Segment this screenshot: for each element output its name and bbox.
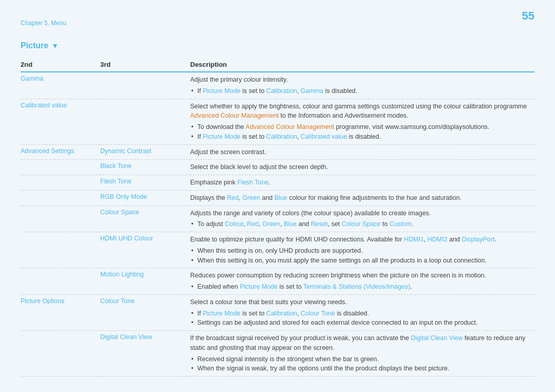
header-2nd: 2nd [21,58,100,72]
picture-title: Picture [21,41,48,50]
desc-rgb-only: Displays the Red, Green and Blue colour … [190,190,534,206]
bullet-list: Received signal intensity is the stronge… [190,354,530,374]
table-row: Gamma Adjust the primary colour intensit… [21,72,534,99]
bullet-item: If Picture Mode is set to Calibration, C… [190,132,530,142]
table-row: Digital Clean View If the broadcast sign… [21,331,534,377]
content-table: 2nd 3rd Description Gamma Adjust the pri… [21,58,534,377]
col2-dynamic-contrast: Dynamic Contrast [100,144,190,160]
bullet-item: Enabled when Picture Mode is set to Term… [190,282,530,292]
table-row: Motion Lighting Reduces power consumptio… [21,268,534,295]
col1-calibrated: Calibrated value [21,99,100,144]
desc-colour-tone: Select a colour tone that best suits you… [190,294,534,330]
bullet-list: To download the Advanced Colour Manageme… [190,122,530,142]
table-row: Black Tone Select the black level to adj… [21,160,534,175]
desc-flesh-tone: Emphasize pink Flesh Tone. [190,175,534,191]
col2-colour-space: Colour Space [100,206,190,232]
table-row: RGB Only Mode Displays the Red, Green an… [21,190,534,206]
table-row: Flesh Tone Emphasize pink Flesh Tone. [21,175,534,191]
table-row: Calibrated value Select whether to apply… [21,99,534,144]
header-description: Description [190,58,534,72]
desc-calibrated: Select whether to apply the brightness, … [190,99,534,144]
header-3rd: 3rd [100,58,190,72]
picture-heading: Picture ▼ [21,41,534,50]
bullet-item: Settings can be adjusted and stored for … [190,318,530,328]
col2-rgb-only: RGB Only Mode [100,190,190,206]
table-header-row: 2nd 3rd Description [21,58,534,72]
col2-gamma [100,72,190,99]
col2-digital-clean-view: Digital Clean View [100,331,190,377]
col1-picture-options: Picture Options [21,294,100,330]
col1-advanced: Advanced Settings [21,144,100,160]
col1-empty [21,206,100,232]
col1-empty [21,175,100,191]
bullet-item: Received signal intensity is the stronge… [190,354,530,364]
page: 55 Chapter 5. Menu Picture ▼ 2nd 3rd Des… [0,0,555,392]
desc-motion-lighting: Reduces power consumption by reducing sc… [190,268,534,295]
table-row: Picture Options Colour Tone Select a col… [21,294,534,330]
bullet-item: To adjust Colour, Red, Green, Blue and R… [190,219,530,229]
bullet-list: To adjust Colour, Red, Green, Blue and R… [190,219,530,229]
table-row: Advanced Settings Dynamic Contrast Adjus… [21,144,534,160]
col1-empty [21,268,100,295]
chapter-label: Chapter 5. Menu [21,20,66,27]
bullet-item: If Picture Mode is set to Calibration, G… [190,86,530,96]
col2-flesh-tone: Flesh Tone [100,175,190,191]
bullet-item: When this setting is on, you must apply … [190,256,530,266]
col2-calibrated [100,99,190,144]
bullet-item: When this setting is on, only UHD produc… [190,246,530,256]
col1-empty [21,190,100,206]
bullet-list: Enabled when Picture Mode is set to Term… [190,282,530,292]
bullet-list: When this setting is on, only UHD produc… [190,246,530,266]
desc-dynamic-contrast: Adjust the screen contrast. [190,144,534,160]
picture-arrow: ▼ [51,42,59,50]
col2-black-tone: Black Tone [100,160,190,175]
desc-digital-clean-view: If the broadcast signal received by your… [190,331,534,377]
content-area: Picture ▼ 2nd 3rd Description Gamma Adju… [0,0,555,392]
bullet-list: If Picture Mode is set to Calibration, C… [190,309,530,328]
col2-colour-tone: Colour Tone [100,294,190,330]
bullet-item: When the signal is weak, try all the opt… [190,364,530,374]
desc-gamma: Adjust the primary colour intensity. If … [190,72,534,99]
col1-empty [21,160,100,175]
col2-hdmi-uhd: HDMI UHD Colour [100,232,190,268]
desc-black-tone: Select the black level to adjust the scr… [190,160,534,175]
page-number: 55 [522,9,534,23]
col1-empty [21,331,100,377]
bullet-list: If Picture Mode is set to Calibration, G… [190,86,530,96]
col2-motion-lighting: Motion Lighting [100,268,190,295]
col1-empty [21,232,100,268]
desc-hdmi-uhd: Enable to optimize picture quality for H… [190,232,534,268]
table-row: HDMI UHD Colour Enable to optimize pictu… [21,232,534,268]
bullet-item: If Picture Mode is set to Calibration, C… [190,309,530,319]
bullet-item: To download the Advanced Colour Manageme… [190,122,530,132]
table-row: Colour Space Adjusts the range and varie… [21,206,534,232]
desc-colour-space: Adjusts the range and variety of colors … [190,206,534,232]
col1-gamma: Gamma [21,72,100,99]
